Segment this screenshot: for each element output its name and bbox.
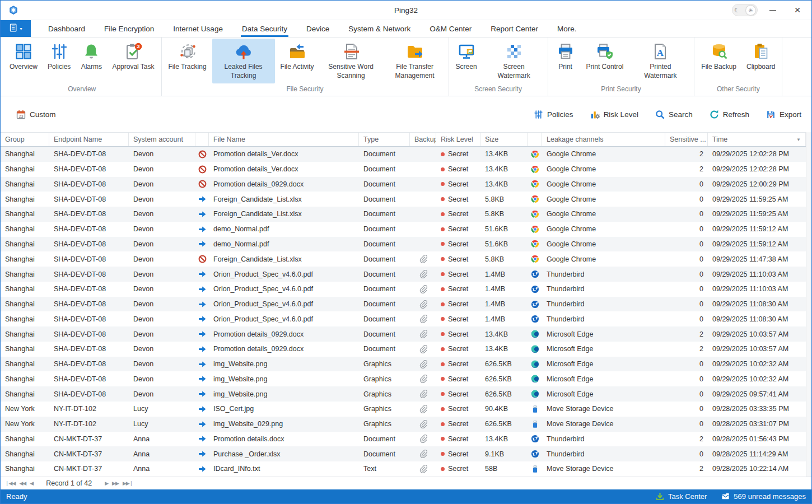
cell-sensitive-count: 0 [665, 450, 708, 458]
ribbon-item-policies[interactable]: Policies [43, 39, 75, 83]
minimize-button[interactable] [763, 3, 782, 17]
policies-button[interactable]: Policies [534, 110, 573, 119]
risk-level-button[interactable]: Risk Level [590, 110, 638, 119]
ribbon-item-label: Policies [48, 63, 71, 72]
tab-o-m-center[interactable]: O&M Center [420, 20, 481, 37]
table-row[interactable]: ShanghaiSHA-DEV-DT-08DevonOrion_Product_… [1, 282, 806, 297]
sort-indicator-icon[interactable]: ▼ [796, 137, 801, 142]
ribbon-item-file-tracking[interactable]: File Tracking [164, 39, 211, 83]
unread-messages-button[interactable]: 569 unread messages [721, 492, 806, 501]
ribbon-item-file-backup[interactable]: File Backup [697, 39, 741, 83]
table-row[interactable]: ShanghaiSHA-DEV-DT-08Devonimg_Website.pn… [1, 386, 806, 402]
refresh-button[interactable]: Refresh [710, 110, 749, 119]
ribbon-item-print-control[interactable]: Print Control [582, 39, 628, 83]
tab-internet-usage[interactable]: Internet Usage [164, 20, 232, 37]
export-button[interactable]: Export [766, 110, 801, 119]
column-header-endpoint-name[interactable]: Endpoint Name [49, 133, 129, 146]
task-center-button[interactable]: Task Center [656, 492, 707, 501]
nav-last-button[interactable]: ▶▶❘ [123, 480, 133, 486]
ribbon-item-alarms[interactable]: Alarms [76, 39, 106, 83]
table-row[interactable]: ShanghaiSHA-DEV-DT-08Devondemo_Normal.pd… [1, 237, 806, 252]
tab-dashboard[interactable]: Dashboard [39, 20, 95, 37]
app-menu-button[interactable]: ▾ [1, 20, 31, 37]
tab-system-network[interactable]: System & Network [339, 20, 420, 37]
column-header-label: File Name [213, 136, 245, 143]
button-label: Policies [547, 110, 573, 119]
cell-channel-icon [528, 150, 542, 158]
cell-leakage-channel: Move Storage Device [542, 465, 665, 473]
cell-leakage-channel: Microsoft Edge [542, 390, 665, 398]
column-header-file-name[interactable]: File Name [209, 133, 359, 146]
cell-system-account: Devon [129, 270, 195, 278]
table-row[interactable]: ShanghaiSHA-DEV-DT-08DevonForeign_Candid… [1, 207, 806, 222]
table-row[interactable]: New YorkNY-IT-DT-102Lucyimg_Website_029.… [1, 417, 806, 432]
theme-toggle[interactable]: ☾ ☀ [732, 4, 758, 16]
ribbon-item-print[interactable]: Print [550, 39, 581, 83]
custom-date-filter-button[interactable]: 23 Custom [16, 110, 56, 119]
ribbon-item-overview[interactable]: Overview [5, 39, 42, 83]
ribbon-item-label: File Activity [281, 63, 314, 72]
cell-channel-icon [528, 330, 542, 338]
ribbon-item-clipboard[interactable]: Clipboard [742, 39, 780, 83]
column-header-spacer[interactable] [195, 133, 209, 146]
risk-dot [441, 272, 445, 276]
ribbon-item-file-transfer-management[interactable]: File Transfer Management [384, 39, 446, 83]
table-row[interactable]: ShanghaiCN-MKT-DT-37AnnaPromotion detail… [1, 432, 806, 447]
column-header-size[interactable]: Size [480, 133, 528, 146]
column-header-group[interactable]: Group [1, 133, 49, 146]
nav-prev-page-button[interactable]: ◀◀ [19, 480, 26, 486]
search-button[interactable]: Search [655, 110, 693, 119]
column-header-system-account[interactable]: System account [129, 133, 195, 146]
table-row[interactable]: ShanghaiCN-MKT-DT-37AnnaPurchase _Order.… [1, 446, 806, 461]
table-row[interactable]: ShanghaiSHA-DEV-DT-08Devonimg_Website.pn… [1, 371, 806, 386]
table-row[interactable]: ShanghaiSHA-DEV-DT-08DevonOrion_Product_… [1, 311, 806, 326]
ribbon-item-printed-watermark[interactable]: APrinted Watermark [629, 39, 692, 83]
column-header-label: Group [5, 136, 25, 143]
nav-first-button[interactable]: ❘◀◀ [5, 480, 15, 486]
column-header-backup[interactable]: Backup [410, 133, 436, 146]
column-header-risk-level[interactable]: Risk Level [436, 133, 480, 146]
nav-prev-button[interactable]: ◀ [30, 480, 33, 486]
column-header-sensitive[interactable]: Sensitive ... [665, 133, 708, 146]
column-header-time[interactable]: Time▼ [708, 133, 806, 146]
ribbon-item-screen-watermark[interactable]: Screen Watermark [483, 39, 545, 83]
nav-next-page-button[interactable]: ▶▶ [112, 480, 119, 486]
cell-size: 626.5KB [480, 420, 528, 428]
tab-file-encryption[interactable]: File Encryption [95, 20, 164, 37]
table-row[interactable]: ShanghaiSHA-DEV-DT-08DevonPromotion deta… [1, 162, 806, 177]
table-row[interactable]: ShanghaiSHA-DEV-DT-08DevonOrion_Product_… [1, 267, 806, 282]
cell-leakage-channel: Thunderbird [542, 450, 665, 458]
cell-type: Document [359, 300, 410, 308]
table-row[interactable]: ShanghaiSHA-DEV-DT-08DevonPromotion deta… [1, 147, 806, 162]
table-row[interactable]: ShanghaiSHA-DEV-DT-08DevonForeign_Candid… [1, 192, 806, 207]
cell-risk-level: Secret [436, 465, 480, 473]
cell-size: 13.4KB [480, 330, 528, 338]
table-row[interactable]: ShanghaiSHA-DEV-DT-08DevonForeign_Candid… [1, 251, 806, 267]
ribbon-item-screen[interactable]: Screen [451, 39, 482, 83]
ribbon-item-leaked-files-tracking[interactable]: Leaked Files Tracking [212, 39, 275, 83]
table-row[interactable]: ShanghaiCN-MKT-DT-37AnnaIDcard_INfo.txtT… [1, 461, 806, 477]
ribbon-item-file-activity[interactable]: File Activity [276, 39, 319, 83]
vertical-scrollbar[interactable] [806, 132, 811, 477]
tab-more[interactable]: More. [548, 20, 586, 37]
table-row[interactable]: ShanghaiSHA-DEV-DT-08DevonPromotion deta… [1, 326, 806, 342]
cell-system-account: Devon [129, 255, 195, 263]
ribbon-item-approval-task[interactable]: 3Approval Task [108, 39, 158, 83]
column-header-leakage-channels[interactable]: Leakage channels [542, 133, 665, 146]
ribbon-item-sensitive-word-scanning[interactable]: Sensitive Word Scanning [320, 39, 382, 83]
table-row[interactable]: ShanghaiSHA-DEV-DT-08DevonPromotion deta… [1, 342, 806, 357]
cell-type: Document [359, 180, 410, 188]
nav-next-button[interactable]: ▶ [105, 480, 108, 486]
table-row[interactable]: ShanghaiSHA-DEV-DT-08DevonPromotion deta… [1, 177, 806, 192]
table-row[interactable]: ShanghaiSHA-DEV-DT-08Devondemo_Normal.pd… [1, 222, 806, 237]
table-row[interactable]: ShanghaiSHA-DEV-DT-08Devonimg_Website.pn… [1, 357, 806, 372]
table-row[interactable]: New YorkNY-IT-DT-102LucyISO_Cert.jpgGrap… [1, 402, 806, 417]
tab-data-security[interactable]: Data Security [232, 20, 297, 37]
column-header-spacer[interactable] [528, 133, 542, 146]
cell-group: Shanghai [1, 255, 49, 263]
column-header-type[interactable]: Type [359, 133, 410, 146]
table-row[interactable]: ShanghaiSHA-DEV-DT-08DevonOrion_Product_… [1, 297, 806, 312]
tab-report-center[interactable]: Report Center [481, 20, 548, 37]
close-button[interactable]: × [788, 3, 807, 17]
tab-device[interactable]: Device [297, 20, 339, 37]
